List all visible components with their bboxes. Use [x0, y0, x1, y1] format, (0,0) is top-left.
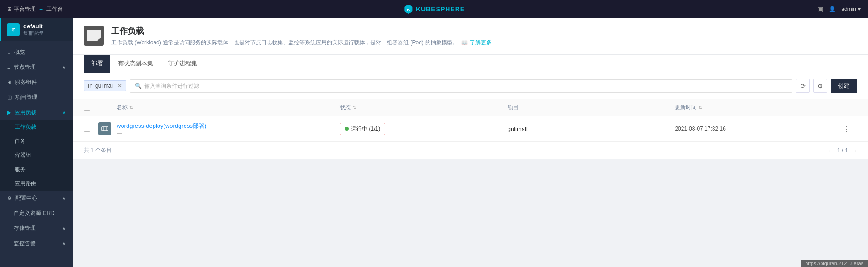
row-actions[interactable]: ⋮	[842, 125, 857, 133]
workload-icon-box	[98, 122, 111, 135]
search-box[interactable]: 🔍 输入查询条件进行过滤	[130, 79, 792, 93]
header-check[interactable]	[84, 105, 98, 111]
pagination: ← 1 / 1 →	[828, 147, 857, 154]
workbench-link[interactable]: 工作台	[46, 5, 63, 13]
config-icon: ⚙	[7, 195, 12, 201]
row-name-col: wordgress-deploy(wordgress部署) —	[117, 122, 340, 136]
storage-icon: ≡	[7, 226, 10, 231]
sidebar-item-storage[interactable]: ≡ 存储管理 ∨	[0, 221, 73, 236]
workload-sub: —	[117, 130, 206, 136]
column-updated-label: 更新时间	[675, 104, 697, 111]
table-header: 名称 ⇅ 状态 ⇅ 项目 更新时间 ⇅	[73, 99, 868, 116]
tab-deployment[interactable]: 部署	[84, 55, 110, 73]
updated-sort-icon[interactable]: ⇅	[699, 105, 702, 110]
updated-time: 2021-08-07 17:32:16	[675, 126, 725, 132]
workload-page-icon	[84, 26, 104, 46]
user-avatar[interactable]: 👤	[829, 6, 836, 12]
nav-separator: +	[39, 5, 43, 13]
bell-icon[interactable]: ▣	[817, 5, 823, 13]
name-sort-icon[interactable]: ⇅	[129, 105, 133, 110]
platform-mgmt-link[interactable]: ⊞ 平台管理	[7, 5, 36, 13]
pagination-next[interactable]: →	[852, 147, 857, 154]
row-check[interactable]	[84, 126, 98, 132]
cluster-sub: 集群管理	[23, 30, 43, 37]
app-workloads-submenu: 工作负载 任务 容器组 服务 应用路由	[0, 120, 73, 191]
sidebar-item-label: 应用负载	[15, 109, 36, 116]
sidebar-item-label: 概览	[14, 48, 25, 56]
header-updated[interactable]: 更新时间 ⇅	[675, 104, 842, 111]
sidebar-item-app-workloads[interactable]: ▶ 应用负载 ∧	[0, 105, 73, 120]
status-bar: https://biquren.21213 eras	[801, 260, 868, 267]
book-icon: 📖	[461, 39, 468, 46]
row-checkbox[interactable]	[84, 126, 90, 132]
toolbar-right: ⟳ ⚙ 创建	[796, 79, 857, 93]
create-button[interactable]: 创建	[831, 79, 857, 93]
sidebar-item-label: 自定义资源 CRD	[14, 209, 54, 217]
workload-name[interactable]: wordgress-deploy(wordgress部署)	[117, 122, 206, 130]
crd-icon: ≡	[7, 211, 10, 216]
pagination-prev[interactable]: ←	[828, 147, 834, 154]
cluster-info: default 集群管理	[23, 23, 43, 37]
sidebar-item-jobs[interactable]: 任务	[0, 134, 73, 148]
nav-left: ⊞ 平台管理 + 工作台	[7, 5, 63, 13]
chevron-down-icon4: ∨	[62, 241, 66, 246]
sidebar-item-label: 存储管理	[14, 225, 36, 232]
table-footer: 共 1 个条目 ← 1 / 1 →	[73, 141, 868, 159]
row-workload-icon	[98, 122, 117, 135]
filter-tag: In gulimall ✕	[84, 80, 126, 91]
workbench-label: 工作台	[46, 5, 63, 13]
column-status-label: 状态	[340, 104, 351, 111]
sidebar-item-crd[interactable]: ≡ 自定义资源 CRD	[0, 206, 73, 221]
sidebar-item-container-groups[interactable]: 容器组	[0, 148, 73, 162]
user-name: admin	[841, 6, 856, 12]
sidebar-item-config[interactable]: ⚙ 配置中心 ∨	[0, 191, 73, 206]
select-all-checkbox[interactable]	[84, 105, 90, 111]
sidebar-item-workloads[interactable]: 工作负载	[0, 120, 73, 134]
refresh-button[interactable]: ⟳	[796, 79, 810, 93]
cluster-selector[interactable]: ⊙ default 集群管理	[0, 18, 73, 41]
sidebar-item-app-routes[interactable]: 应用路由	[0, 177, 73, 191]
workloads-table: 名称 ⇅ 状态 ⇅ 项目 更新时间 ⇅	[73, 99, 868, 159]
monitoring-icon: ≡	[7, 241, 10, 246]
chevron-up-icon: ∧	[62, 110, 66, 115]
status-sort-icon[interactable]: ⇅	[353, 105, 356, 110]
projects-icon: ◫	[7, 94, 12, 100]
sidebar-item-projects[interactable]: ◫ 项目管理	[0, 90, 73, 105]
tab-statefulset[interactable]: 有状态副本集	[110, 55, 160, 73]
header-name[interactable]: 名称 ⇅	[117, 104, 340, 111]
sidebar-item-services[interactable]: 服务	[0, 162, 73, 177]
row-project-col: gulimall	[508, 126, 675, 132]
workload-icon-shape	[87, 30, 101, 41]
ks-logo: K KUBESPHERE	[403, 4, 465, 14]
sidebar-item-monitoring[interactable]: ≡ 监控告警 ∨	[0, 236, 73, 251]
status-text: 运行中 (1/1)	[351, 125, 380, 133]
svg-rect-2	[102, 127, 108, 131]
sidebar-item-components[interactable]: ⊞ 服务组件	[0, 75, 73, 90]
toolbar: In gulimall ✕ 🔍 输入查询条件进行过滤 ⟳ ⚙ 创建	[73, 73, 868, 99]
learn-more-link[interactable]: 了解更多	[470, 39, 492, 46]
sidebar-menu: ○ 概览 ≡ 节点管理 ∨ ⊞ 服务组件 ◫ 项目管理 ▶ 应用负载	[0, 41, 73, 255]
sidebar-item-overview[interactable]: ○ 概览	[0, 45, 73, 60]
chevron-down-icon3: ∨	[62, 226, 66, 231]
app-workloads-icon: ▶	[7, 110, 11, 115]
page-title: 工作负载	[111, 26, 492, 37]
sidebar: ⊙ default 集群管理 ○ 概览 ≡ 节点管理 ∨ ⊞ 服务组件	[0, 18, 73, 267]
user-menu[interactable]: admin ▾	[841, 6, 861, 12]
sidebar-item-nodes[interactable]: ≡ 节点管理 ∨	[0, 60, 73, 75]
status-dot	[345, 127, 349, 131]
header-status[interactable]: 状态 ⇅	[340, 104, 508, 111]
page-header-text: 工作负载 工作负载 (Workload) 通常是访问服务的实际载体，也是对节点日…	[111, 26, 492, 47]
cluster-icon: ⊙	[7, 23, 20, 36]
sidebar-item-label: 配置中心	[15, 194, 37, 202]
tab-bar: 部署 有状态副本集 守护进程集	[73, 55, 868, 73]
svg-text:K: K	[407, 8, 410, 12]
content-area: 工作负载 工作负载 (Workload) 通常是访问服务的实际载体，也是对节点日…	[73, 18, 868, 267]
search-placeholder: 输入查询条件进行过滤	[144, 82, 199, 90]
tab-daemonset[interactable]: 守护进程集	[160, 55, 205, 73]
chevron-down-icon2: ∨	[62, 196, 66, 201]
status-badge: 运行中 (1/1)	[340, 123, 385, 135]
components-icon: ⊞	[7, 79, 11, 85]
grid-icon: ⊞	[7, 6, 12, 12]
settings-button[interactable]: ⚙	[813, 79, 827, 93]
filter-close-icon[interactable]: ✕	[118, 83, 122, 89]
